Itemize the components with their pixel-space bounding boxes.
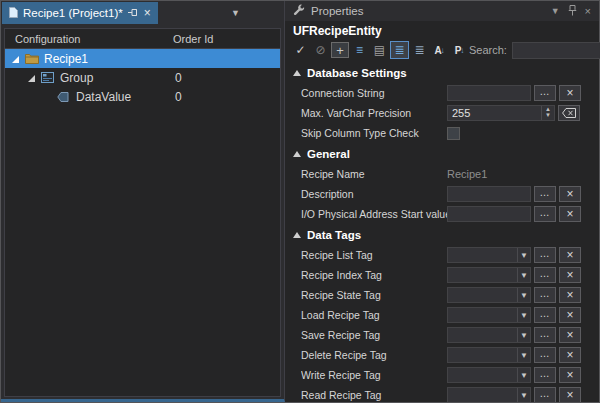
section-header[interactable]: Database Settings bbox=[285, 63, 599, 83]
dropdown-arrow-icon[interactable]: ▼ bbox=[517, 288, 530, 302]
tree-item-label: DataValue bbox=[76, 90, 131, 104]
dropdown-select[interactable]: ▼ bbox=[447, 327, 531, 343]
tree-row[interactable]: DataValue0 bbox=[5, 87, 280, 106]
property-label: Max. VarChar Precision bbox=[301, 107, 447, 119]
dropdown-select[interactable]: ▼ bbox=[447, 367, 531, 383]
document-tab-title: Recipe1 (Project1)* bbox=[23, 7, 123, 19]
group-view-icon[interactable]: ▤ bbox=[370, 41, 389, 59]
property-row: Write Recipe Tag▼…× bbox=[285, 365, 599, 385]
properties-header: Properties ▼ × bbox=[285, 1, 599, 21]
property-row: Description…× bbox=[285, 184, 599, 204]
ellipsis-button[interactable]: … bbox=[534, 186, 556, 202]
dropdown-select[interactable]: ▼ bbox=[447, 287, 531, 303]
spin-down-icon[interactable]: ▼ bbox=[545, 113, 551, 119]
collapse-arrow-icon bbox=[293, 232, 301, 238]
property-control: …× bbox=[447, 186, 581, 202]
sort-alpha-icon[interactable]: A↓ bbox=[430, 41, 449, 59]
property-control: ▼…× bbox=[447, 387, 581, 402]
search-input[interactable] bbox=[512, 42, 600, 59]
backspace-button[interactable] bbox=[558, 105, 580, 121]
clear-button[interactable]: × bbox=[559, 247, 581, 263]
collapse-arrow-icon bbox=[293, 151, 301, 157]
column-header-configuration[interactable]: Configuration bbox=[5, 33, 80, 45]
property-row: Recipe NameRecipe1 bbox=[285, 164, 599, 184]
property-label: Connection String bbox=[301, 87, 447, 99]
clear-button[interactable]: × bbox=[559, 287, 581, 303]
ellipsis-button[interactable]: … bbox=[534, 247, 556, 263]
expander-icon[interactable] bbox=[9, 53, 20, 64]
tab-list-chevron-icon[interactable]: ▼ bbox=[231, 8, 240, 18]
properties-pane: Properties ▼ × UFRecipeEntity ✓⊘+≡▤≣≣A↓P… bbox=[285, 1, 599, 402]
ellipsis-button[interactable]: … bbox=[534, 267, 556, 283]
dropdown-arrow-icon[interactable]: ▼ bbox=[517, 348, 530, 362]
window-menu-chevron-icon[interactable]: ▼ bbox=[551, 6, 560, 16]
sort-property-icon[interactable]: P↓ bbox=[450, 41, 469, 59]
ellipsis-button[interactable]: … bbox=[534, 206, 556, 222]
text-input[interactable] bbox=[447, 206, 531, 222]
clear-button[interactable]: × bbox=[559, 367, 581, 383]
dropdown-select[interactable]: ▼ bbox=[447, 387, 531, 402]
property-label: Recipe Name bbox=[301, 168, 447, 180]
property-control: ▼…× bbox=[447, 347, 581, 363]
add-icon[interactable]: + bbox=[331, 42, 349, 58]
clear-button[interactable]: × bbox=[559, 85, 581, 101]
ellipsis-button[interactable]: … bbox=[534, 287, 556, 303]
section-header[interactable]: General bbox=[285, 144, 599, 164]
document-tab[interactable]: Recipe1 (Project1)* × bbox=[2, 2, 158, 24]
collapse-arrow-icon bbox=[293, 70, 301, 76]
list-view-icon[interactable]: ≣ bbox=[390, 41, 409, 59]
close-icon[interactable]: × bbox=[585, 5, 591, 17]
dropdown-arrow-icon[interactable]: ▼ bbox=[517, 268, 530, 282]
clear-button[interactable]: × bbox=[559, 327, 581, 343]
property-control: ▼…× bbox=[447, 367, 581, 383]
clear-button[interactable]: × bbox=[559, 267, 581, 283]
property-row: I/O Physical Address Start value…× bbox=[285, 204, 599, 224]
property-row: Recipe State Tag▼…× bbox=[285, 285, 599, 305]
clear-button[interactable]: × bbox=[559, 186, 581, 202]
cancel-icon[interactable]: ⊘ bbox=[311, 41, 330, 59]
detail-view-icon[interactable]: ≣ bbox=[410, 41, 429, 59]
property-row: Skip Column Type Check bbox=[285, 123, 599, 143]
ellipsis-button[interactable]: … bbox=[534, 85, 556, 101]
clear-button[interactable]: × bbox=[559, 307, 581, 323]
dropdown-arrow-icon[interactable]: ▼ bbox=[517, 308, 530, 322]
tree-row[interactable]: Group0 bbox=[5, 68, 280, 87]
tree-row[interactable]: Recipe1 bbox=[5, 49, 280, 68]
tab-bar: Recipe1 (Project1)* × ▼ bbox=[1, 1, 284, 25]
dropdown-select[interactable]: ▼ bbox=[447, 247, 531, 263]
column-header-order-id[interactable]: Order Id bbox=[173, 33, 213, 45]
dropdown-arrow-icon[interactable]: ▼ bbox=[517, 328, 530, 342]
dropdown-arrow-icon[interactable]: ▼ bbox=[517, 388, 530, 402]
checkbox[interactable] bbox=[447, 127, 460, 140]
property-label: Recipe Index Tag bbox=[301, 269, 447, 281]
panel-header-buttons: ▼ × bbox=[551, 5, 591, 18]
dropdown-arrow-icon[interactable]: ▼ bbox=[517, 368, 530, 382]
dropdown-select[interactable]: ▼ bbox=[447, 267, 531, 283]
close-icon[interactable]: × bbox=[144, 8, 151, 18]
clear-button[interactable]: × bbox=[559, 387, 581, 402]
pin-icon[interactable] bbox=[568, 5, 577, 18]
property-label: Write Recipe Tag bbox=[301, 369, 447, 381]
tag-icon bbox=[57, 92, 71, 102]
dropdown-select[interactable]: ▼ bbox=[447, 307, 531, 323]
ellipsis-button[interactable]: … bbox=[534, 387, 556, 402]
dropdown-arrow-icon[interactable]: ▼ bbox=[517, 248, 530, 262]
section-header[interactable]: Data Tags bbox=[285, 225, 599, 245]
ellipsis-button[interactable]: … bbox=[534, 367, 556, 383]
numbered-list-icon[interactable]: ≡ bbox=[350, 41, 369, 59]
property-control: ▼…× bbox=[447, 307, 581, 323]
property-row: Connection String…× bbox=[285, 83, 599, 103]
ellipsis-button[interactable]: … bbox=[534, 307, 556, 323]
dropdown-select[interactable]: ▼ bbox=[447, 347, 531, 363]
ellipsis-button[interactable]: … bbox=[534, 327, 556, 343]
clear-button[interactable]: × bbox=[559, 347, 581, 363]
clear-button[interactable]: × bbox=[559, 206, 581, 222]
numeric-input[interactable]: 255▲▼ bbox=[447, 105, 555, 121]
text-input[interactable] bbox=[447, 85, 531, 101]
text-input[interactable] bbox=[447, 186, 531, 202]
apply-icon[interactable]: ✓ bbox=[291, 41, 310, 59]
spinner-buttons[interactable]: ▲▼ bbox=[541, 106, 554, 120]
pin-icon[interactable] bbox=[128, 7, 139, 20]
ellipsis-button[interactable]: … bbox=[534, 347, 556, 363]
expander-icon[interactable] bbox=[25, 72, 36, 83]
